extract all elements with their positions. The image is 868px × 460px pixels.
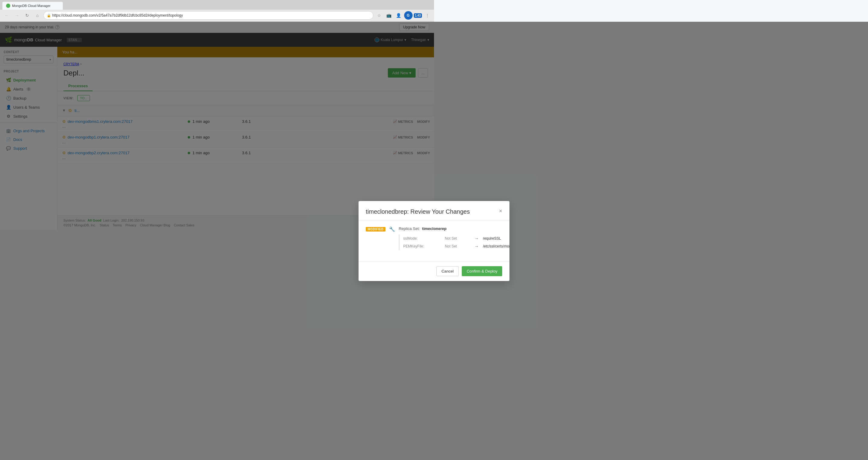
wrench-icon: 🔧 xyxy=(389,226,395,230)
replica-set-name: timeclonerep xyxy=(422,226,434,230)
profile-button[interactable]: 👤 xyxy=(395,11,403,20)
cast-button[interactable]: 📺 xyxy=(385,11,393,20)
url-text: https://cloud.mongodb.com/v2/5a47a7b2df9… xyxy=(52,13,183,18)
menu-button[interactable]: ⋮ xyxy=(423,11,432,20)
replica-set-label: Replica Set: timeclonerep xyxy=(399,226,434,230)
extension-badge: 1.43 xyxy=(414,13,422,18)
change-detail: Replica Set: timeclonerep sslMode: Not S… xyxy=(399,226,434,230)
back-button[interactable]: ← xyxy=(2,11,11,20)
browser-toolbar: ← → ↻ ⌂ 🔒 https://cloud.mongodb.com/v2/5… xyxy=(0,10,434,22)
browser-actions: ☆ 📺 👤 G 1.43 ⋮ xyxy=(375,11,432,20)
modified-badge: MODIFIED xyxy=(366,227,385,230)
home-button[interactable]: ⌂ xyxy=(33,11,42,20)
tab-favicon xyxy=(6,4,10,8)
confirm-deploy-modal: timeclonedbrep: Review Your Changes × MO… xyxy=(359,201,434,230)
modal-overlay: timeclonedbrep: Review Your Changes × MO… xyxy=(0,22,434,230)
change-item: MODIFIED 🔧 Replica Set: timeclonerep ssl… xyxy=(366,226,434,230)
modal-body: MODIFIED 🔧 Replica Set: timeclonerep ssl… xyxy=(359,220,434,230)
bookmark-button[interactable]: ☆ xyxy=(375,11,383,20)
secure-icon: 🔒 xyxy=(47,13,51,18)
address-bar[interactable]: 🔒 https://cloud.mongodb.com/v2/5a47a7b2d… xyxy=(43,11,373,20)
reload-button[interactable]: ↻ xyxy=(23,11,31,20)
browser-chrome: MongoDB Cloud Manager ← → ↻ ⌂ 🔒 https://… xyxy=(0,0,434,22)
forward-button[interactable]: → xyxy=(13,11,21,20)
modal-header: timeclonedbrep: Review Your Changes × xyxy=(359,201,434,220)
modal-title: timeclonedbrep: Review Your Changes xyxy=(366,208,434,215)
tab-title: MongoDB Cloud Manager xyxy=(12,4,51,7)
google-avatar[interactable]: G xyxy=(404,11,412,20)
browser-tabs: MongoDB Cloud Manager xyxy=(0,0,434,10)
browser-tab-active[interactable]: MongoDB Cloud Manager xyxy=(2,2,63,10)
